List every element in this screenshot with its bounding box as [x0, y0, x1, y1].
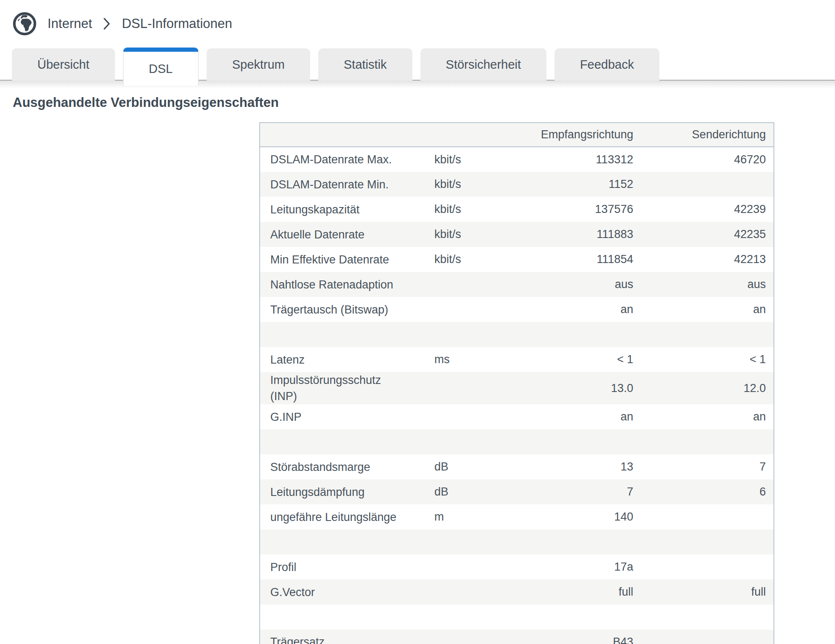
row-tx-value: 12.0: [641, 372, 774, 404]
row-unit: [434, 630, 530, 644]
row-unit: dB: [434, 479, 530, 504]
row-tx-value: 42235: [641, 222, 774, 247]
row-tx-value: 42213: [641, 247, 774, 272]
row-label: G.Vector: [260, 580, 434, 605]
row-tx-value: 42239: [641, 197, 774, 222]
row-tx-value: full: [641, 580, 774, 605]
row-unit: kbit/s: [434, 172, 530, 197]
row-label: Leitungskapazität: [260, 197, 434, 222]
table-row: Latenzms< 1< 1: [260, 347, 774, 372]
row-rx-value: 7: [530, 479, 641, 504]
row-rx-value: 113312: [530, 147, 641, 172]
row-unit: m: [434, 504, 530, 529]
row-rx-value: 111854: [530, 247, 641, 272]
table-row: Impulsstörungsschutz (INP)13.012.0: [260, 372, 774, 404]
row-rx-value: 140: [530, 504, 641, 529]
table-header-row: Empfangsrichtung Senderichtung: [260, 123, 774, 147]
table-row: DSLAM-Datenrate Max.kbit/s11331246720: [260, 147, 774, 172]
row-label: Latenz: [260, 347, 434, 372]
row-rx-value: 13.0: [530, 372, 641, 404]
table-row: G.Vectorfullfull: [260, 580, 774, 605]
table-row: StörabstandsmargedB137: [260, 454, 774, 479]
chevron-right-icon: [103, 17, 111, 30]
row-label: Trägersatz: [260, 630, 434, 644]
table-spacer-row: [260, 529, 774, 554]
row-tx-value: aus: [641, 272, 774, 297]
row-rx-value: full: [530, 580, 641, 605]
table-row: Nahtlose Ratenadaptionausaus: [260, 272, 774, 297]
row-unit: dB: [434, 454, 530, 479]
row-rx-value: an: [530, 404, 641, 429]
row-tx-value: 46720: [641, 147, 774, 172]
table-spacer-row: [260, 322, 774, 347]
row-unit: [434, 372, 530, 404]
table-spacer-row: [260, 605, 774, 630]
header-upstream: Senderichtung: [641, 123, 774, 147]
row-label: Profil: [260, 554, 434, 580]
row-unit: [434, 297, 530, 322]
row-label: Leitungsdämpfung: [260, 479, 434, 504]
row-unit: kbit/s: [434, 197, 530, 222]
table-row: Profil17a: [260, 554, 774, 580]
row-unit: [434, 580, 530, 605]
row-rx-value: 1152: [530, 172, 641, 197]
row-tx-value: an: [641, 297, 774, 322]
row-tx-value: [641, 172, 774, 197]
row-tx-value: [641, 630, 774, 644]
table-row: TrägersatzB43: [260, 630, 774, 644]
row-rx-value: < 1: [530, 347, 641, 372]
row-label: DSLAM-Datenrate Min.: [260, 172, 434, 197]
tab-spektrum[interactable]: Spektrum: [207, 48, 310, 81]
row-tx-value: [641, 504, 774, 529]
row-tx-value: 7: [641, 454, 774, 479]
header-label-col: [260, 123, 434, 147]
row-rx-value: B43: [530, 630, 641, 644]
tab-bar: Übersicht DSL Spektrum Statistik Störsic…: [0, 48, 835, 81]
row-unit: ms: [434, 347, 530, 372]
row-label: Nahtlose Ratenadaption: [260, 272, 434, 297]
table-spacer-row: [260, 429, 774, 454]
row-unit: kbit/s: [434, 222, 530, 247]
table-row: Aktuelle Datenratekbit/s11188342235: [260, 222, 774, 247]
row-unit: kbit/s: [434, 247, 530, 272]
table-row: ungefähre Leitungslängem140: [260, 504, 774, 529]
table-row: DSLAM-Datenrate Min.kbit/s1152: [260, 172, 774, 197]
breadcrumb: Internet DSL-Informationen: [0, 0, 835, 41]
row-label: Trägertausch (Bitswap): [260, 297, 434, 322]
header-downstream: Empfangsrichtung: [530, 123, 641, 147]
row-rx-value: aus: [530, 272, 641, 297]
table-row: Leitungskapazitätkbit/s13757642239: [260, 197, 774, 222]
row-tx-value: < 1: [641, 347, 774, 372]
breadcrumb-page-title: DSL-Informationen: [122, 16, 232, 31]
row-unit: [434, 272, 530, 297]
table-row: G.INPanan: [260, 404, 774, 429]
tab-feedback[interactable]: Feedback: [555, 48, 659, 81]
row-rx-value: 13: [530, 454, 641, 479]
row-tx-value: 6: [641, 479, 774, 504]
row-tx-value: [641, 554, 774, 580]
row-label: DSLAM-Datenrate Max.: [260, 147, 434, 172]
connection-properties-table-wrap: Empfangsrichtung Senderichtung DSLAM-Dat…: [259, 122, 835, 644]
page-title: Ausgehandelte Verbindungseigenschaften: [13, 95, 835, 110]
row-label: Impulsstörungsschutz (INP): [260, 372, 434, 404]
table-row: Min Effektive Datenratekbit/s11185442213: [260, 247, 774, 272]
row-rx-value: an: [530, 297, 641, 322]
row-unit: kbit/s: [434, 147, 530, 172]
breadcrumb-section[interactable]: Internet: [48, 16, 92, 31]
connection-properties-table: Empfangsrichtung Senderichtung DSLAM-Dat…: [259, 122, 774, 644]
tab-uebersicht[interactable]: Übersicht: [12, 48, 115, 81]
row-unit: [434, 554, 530, 580]
row-label: Aktuelle Datenrate: [260, 222, 434, 247]
row-label: G.INP: [260, 404, 434, 429]
row-rx-value: 17a: [530, 554, 641, 580]
row-label: Störabstandsmarge: [260, 454, 434, 479]
row-label: Min Effektive Datenrate: [260, 247, 434, 272]
table-row: Trägertausch (Bitswap)anan: [260, 297, 774, 322]
tab-dsl[interactable]: DSL: [123, 48, 199, 86]
row-unit: [434, 404, 530, 429]
row-rx-value: 111883: [530, 222, 641, 247]
tab-stoersicherheit[interactable]: Störsicherheit: [420, 48, 546, 81]
row-rx-value: 137576: [530, 197, 641, 222]
tab-statistik[interactable]: Statistik: [318, 48, 412, 81]
row-tx-value: an: [641, 404, 774, 429]
